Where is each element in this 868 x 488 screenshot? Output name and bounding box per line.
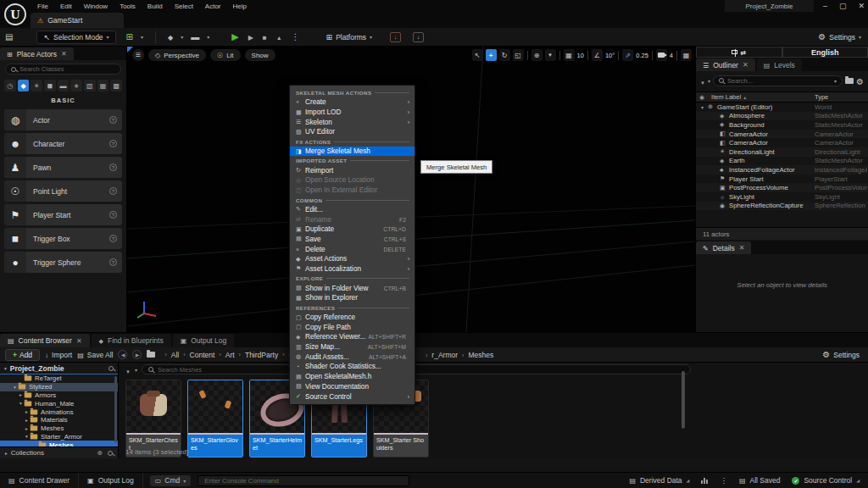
rotation-snap-button[interactable] [592,49,603,61]
context-menu-item[interactable]: Save CTRL+S [290,235,415,245]
asset-tile[interactable]: SKM_StarterChest [125,380,181,458]
outliner-filter-icon[interactable] [700,73,705,88]
type-column[interactable]: Type [815,93,828,101]
scale-snap-value[interactable]: 0.25 [636,52,648,59]
forward-button[interactable]: ▶ [132,350,142,359]
tree-root-row[interactable]: ▾ Project_Zombie [0,363,118,374]
context-menu-item[interactable]: UV Editor [290,127,415,137]
outliner-row[interactable]: Background StaticMeshActor [696,120,868,130]
breadcrumb-item[interactable]: r_Armor [431,351,458,359]
camera-speed-button[interactable] [656,49,667,61]
outliner-row[interactable]: DirectionalLight DirectionalLight [696,147,868,157]
play-options-icon[interactable] [292,32,300,42]
outliner-search-box[interactable]: ▾ [713,75,843,86]
context-menu-item[interactable]: Import LOD › [290,108,415,118]
place-actor-item[interactable]: Character ? [4,133,122,154]
geometry-category-button[interactable] [84,80,96,92]
levels-tab[interactable]: Levels [757,58,802,71]
launch-checks-button[interactable]: ↓ [390,32,401,42]
cmd-dropdown[interactable]: Cmd ▾ [150,475,192,486]
view-mode-dropdown[interactable]: Lit [210,49,241,61]
rotation-snap-value[interactable]: 10° [605,52,615,59]
asset-filter-icon[interactable] [125,362,131,377]
folder-tree-row[interactable]: ▸ Meshes [0,424,118,433]
details-tab[interactable]: Details ✕ [696,241,751,254]
context-menu-item[interactable]: Source Control › [290,391,415,402]
save-current-icon[interactable] [0,32,18,42]
tree-scrollbar[interactable] [114,376,117,442]
play-button[interactable]: ▶ [231,31,238,42]
translate-target-button[interactable]: English [782,47,868,58]
all-saved-button[interactable]: All Saved [739,476,780,485]
scale-snap-button[interactable] [622,49,633,61]
context-menu-item[interactable]: Merge Skeletal Mesh [290,147,415,157]
context-menu-item[interactable]: Asset Localization › [290,264,415,274]
menu-bar-item[interactable]: Help [228,1,252,12]
visibility-column-icon[interactable] [699,93,704,101]
menu-bar-item[interactable]: File [32,1,53,12]
folder-tree-row[interactable]: ▾ Human_Male [0,399,118,408]
context-menu-item[interactable]: Audit Assets... ALT+SHIFT+A [290,352,415,362]
menu-bar-item[interactable]: Window [79,1,113,12]
maximize-button[interactable]: ▢ [839,0,847,12]
place-actor-item[interactable]: Player Start ? [4,204,122,225]
package-project-button[interactable]: ↓ [413,32,424,42]
outliner-row[interactable]: CameraActor CameraActor [696,138,868,147]
folder-tree-row[interactable]: ▸ Animations [0,408,118,416]
expander-icon[interactable]: ▸ [24,426,30,431]
context-menu-item[interactable]: FX ACTIONS [290,137,415,147]
folder-tree-row[interactable]: ▾ Starter_Armor [0,433,118,441]
folder-tree-row[interactable]: Meshes [0,441,118,446]
content-browser-tab[interactable]: Content Browser ✕ [0,334,90,347]
context-menu-item[interactable]: Size Map... ALT+SHIFT+M [290,342,415,352]
surface-snap-button[interactable] [545,49,556,61]
menu-bar-item[interactable]: Select [170,1,198,12]
breadcrumb-item[interactable]: Content [190,351,215,359]
menu-bar-item[interactable]: Tools [114,1,141,12]
outliner-search-input[interactable] [727,77,831,85]
close-icon[interactable]: ✕ [76,337,82,345]
expander-icon[interactable]: ▾ [701,104,708,110]
output-log-button[interactable]: Output Log [79,473,143,488]
source-control-button[interactable]: ✔ Source Control ◢ [792,476,860,485]
context-menu-item[interactable]: Skeleton › [290,117,415,127]
outliner-row[interactable]: Player Start PlayerStart [696,175,868,184]
menu-bar-item[interactable]: Actor [200,1,226,12]
place-actor-item[interactable]: Trigger Box ? [4,228,122,249]
grid-snap-value[interactable]: 10 [577,52,584,59]
scale-tool-button[interactable] [513,49,524,61]
search-icon[interactable] [108,451,113,456]
eject-button[interactable] [276,32,282,42]
close-button[interactable]: ✕ [858,0,865,12]
outliner-row[interactable]: Atmosphere StaticMeshActor [696,112,868,121]
rotate-tool-button[interactable] [499,49,510,61]
context-menu-item[interactable]: Delete DELETE [290,244,415,254]
menu-bar-item[interactable]: Build [142,1,168,12]
outliner-settings-icon[interactable] [856,73,864,88]
editor-settings-dropdown[interactable]: Settings ▾ [818,32,861,42]
context-menu-item[interactable]: Open SkeletalMesh.h [290,372,415,382]
add-collection-icon[interactable]: ⊕ [97,449,103,457]
derived-data-button[interactable]: Derived Data ◢ [629,476,689,485]
context-menu-item[interactable]: Open Source Location [290,175,415,186]
vfx-category-button[interactable] [70,80,82,92]
cinematic-category-button[interactable] [58,80,70,92]
outliner-tab[interactable]: Outliner ✕ [696,58,755,71]
outliner-row[interactable]: CameraActor CameraActor [696,130,868,139]
breadcrumb-item[interactable]: ThirdParty [245,351,278,359]
place-actor-item[interactable]: Point Light ? [4,180,122,202]
outliner-row[interactable]: ▾ GameStart (Editor) World [696,103,868,112]
context-menu-item[interactable]: Shader Cook Statistics... [290,362,415,372]
folder-tree-row[interactable]: ▸ Armors [0,391,118,400]
all-classes-category-button[interactable] [110,80,122,92]
lights-category-button[interactable] [31,80,42,92]
close-icon[interactable]: ✕ [61,50,67,58]
perspective-dropdown[interactable]: Perspective [148,49,206,61]
content-drawer-button[interactable]: Content Drawer [0,473,79,488]
context-menu-item[interactable]: Copy Reference [290,313,415,323]
place-actor-item[interactable]: Actor ? [4,109,122,130]
expander-icon[interactable]: ▾ [24,434,30,439]
camera-speed-value[interactable]: 4 [670,52,673,59]
context-menu-item[interactable]: Rename F2 [290,214,415,225]
skip-to-button[interactable] [248,32,253,42]
